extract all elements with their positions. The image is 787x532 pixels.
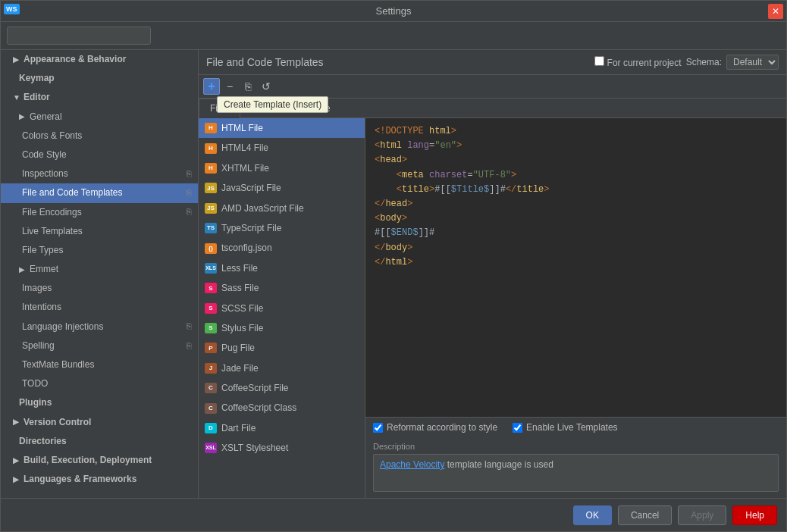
file-item-html[interactable]: H HTML File: [199, 118, 365, 138]
reformat-checkbox[interactable]: [373, 423, 383, 433]
live-templates-checkbox-label[interactable]: Enable Live Templates: [513, 422, 618, 433]
sidebar-item-emmet[interactable]: ▶ Emmet: [1, 260, 198, 279]
sidebar-item-spelling[interactable]: Spelling ⎘: [1, 336, 198, 355]
sidebar-item-colors-fonts[interactable]: Colors & Fonts: [1, 127, 198, 146]
ok-button[interactable]: OK: [573, 505, 612, 525]
scss-file-icon: S: [205, 303, 217, 314]
sidebar-item-directories[interactable]: Directories: [1, 432, 198, 451]
file-item-scss[interactable]: S SCSS File: [199, 299, 365, 318]
cancel-button[interactable]: Cancel: [618, 505, 672, 525]
schema-select[interactable]: Default: [726, 55, 779, 70]
sidebar-label: Images: [22, 281, 52, 296]
sidebar-item-plugins[interactable]: Plugins: [1, 393, 198, 412]
copy-template-button[interactable]: ⎘: [240, 78, 256, 95]
apache-velocity-link[interactable]: Apache Velocity: [380, 459, 444, 470]
file-item-label: HTML File: [221, 120, 263, 136]
file-item-dart[interactable]: D Dart File: [199, 418, 365, 438]
file-item-label: XSLT Stylesheet: [221, 440, 288, 455]
live-templates-label: Enable Live Templates: [526, 422, 618, 433]
reformat-checkbox-label[interactable]: Reformat according to style: [373, 422, 497, 433]
code-line: <!DOCTYPE html>: [375, 124, 777, 139]
code-editor[interactable]: <!DOCTYPE html> <html lang="en"> <head> …: [365, 118, 786, 417]
close-button[interactable]: ✕: [768, 4, 783, 19]
sidebar-label: Colors & Fonts: [22, 129, 82, 143]
sidebar-item-textmate-bundles[interactable]: TextMate Bundles: [1, 355, 198, 374]
sidebar-label: Plugins: [19, 396, 52, 410]
sidebar-item-appearance-behavior[interactable]: ▶ Appearance & Behavior: [1, 50, 198, 69]
sidebar-item-intentions[interactable]: Intentions: [1, 298, 198, 317]
copy-icon: ⎘: [187, 320, 192, 333]
file-item-label: HTML4 File: [221, 140, 268, 155]
file-item-label: AMD JavaScript File: [221, 201, 304, 216]
copy-icon: ⎘: [187, 186, 192, 200]
sidebar-item-file-encodings[interactable]: File Encodings ⎘: [1, 203, 198, 222]
search-bar: [1, 22, 786, 50]
file-item-label: tsconfig.json: [221, 240, 272, 255]
apply-button[interactable]: Apply: [678, 505, 726, 525]
file-item-xhtml[interactable]: H XHTML File: [199, 158, 365, 178]
sidebar-item-languages-frameworks[interactable]: ▶ Languages & Frameworks: [1, 470, 198, 489]
sidebar-item-general[interactable]: ▶ General: [1, 108, 198, 127]
file-item-label: Stylus File: [221, 321, 263, 336]
remove-template-button[interactable]: −: [221, 78, 238, 95]
arrow-icon: ▶: [19, 111, 28, 123]
search-input[interactable]: [7, 27, 151, 45]
sidebar-item-inspections[interactable]: Inspections ⎘: [1, 164, 198, 183]
sidebar-item-keymap[interactable]: Keymap: [1, 69, 198, 88]
for-current-project-checkbox[interactable]: [594, 56, 604, 66]
file-item-jade[interactable]: J Jade File: [199, 358, 365, 378]
html4-file-icon: H: [205, 143, 217, 154]
sidebar-label: Live Templates: [22, 224, 83, 239]
sidebar-item-editor[interactable]: ▼ Editor: [1, 88, 198, 107]
file-item-label: TypeScript File: [221, 221, 281, 236]
file-item-stylus[interactable]: S Stylus File: [199, 318, 365, 338]
file-item-coffeescript-class[interactable]: C CoffeeScript Class: [199, 398, 365, 418]
file-item-tsconfig[interactable]: {} tsconfig.json: [199, 238, 365, 258]
code-line: <body>: [375, 211, 777, 226]
file-item-label: Jade File: [221, 361, 259, 376]
file-item-typescript[interactable]: TS TypeScript File: [199, 218, 365, 238]
sidebar-item-images[interactable]: Images: [1, 279, 198, 298]
sidebar-label: Directories: [19, 434, 67, 449]
sidebar-item-file-code-templates[interactable]: File and Code Templates ⎘: [1, 183, 198, 202]
coffee-file-icon: C: [205, 383, 217, 393]
add-template-button[interactable]: +: [203, 78, 220, 95]
sidebar-label: Inspections: [22, 167, 68, 181]
sidebar-label: File and Code Templates: [22, 186, 123, 200]
file-item-pug[interactable]: P Pug File: [199, 338, 365, 358]
file-item-sass[interactable]: S Sass File: [199, 278, 365, 298]
file-item-label: Sass File: [221, 280, 259, 296]
panel-main: H HTML File H HTML4 File H XHTML File: [199, 118, 786, 498]
code-line: <head>: [375, 153, 777, 167]
sidebar-label: File Encodings: [22, 205, 82, 220]
file-item-xslt[interactable]: XSL XSLT Stylesheet: [199, 438, 365, 458]
file-item-amd-javascript[interactable]: JS AMD JavaScript File: [199, 199, 365, 218]
jade-file-icon: J: [205, 363, 217, 374]
dart-file-icon: D: [205, 423, 217, 433]
file-item-html4[interactable]: H HTML4 File: [199, 138, 365, 158]
sidebar-item-live-templates[interactable]: Live Templates: [1, 222, 198, 241]
sidebar-item-code-style[interactable]: Code Style: [1, 146, 198, 164]
file-item-label: Pug File: [221, 340, 255, 355]
sidebar-label: Language Injections: [22, 320, 103, 334]
reformat-label: Reformat according to style: [387, 422, 497, 433]
reset-template-button[interactable]: ↺: [258, 78, 274, 95]
file-item-label: XHTML File: [221, 161, 269, 176]
sidebar-item-build-execution-deployment[interactable]: ▶ Build, Execution, Deployment: [1, 451, 198, 470]
sidebar-item-todo[interactable]: TODO: [1, 374, 198, 393]
file-item-less[interactable]: XLS Less File: [199, 258, 365, 278]
pug-file-icon: P: [205, 343, 217, 353]
sidebar-item-file-types[interactable]: File Types: [1, 241, 198, 260]
arrow-icon: ▶: [13, 416, 22, 428]
sidebar-item-version-control[interactable]: ▶ Version Control: [1, 413, 198, 432]
file-item-coffeescript[interactable]: C CoffeeScript File: [199, 378, 365, 398]
sidebar-item-language-injections[interactable]: Language Injections ⎘: [1, 318, 198, 336]
live-templates-checkbox[interactable]: [513, 423, 522, 433]
help-button[interactable]: Help: [732, 505, 777, 525]
file-item-javascript[interactable]: JS JavaScript File: [199, 178, 365, 198]
description-box: Apache Velocity template language is use…: [373, 454, 779, 492]
sidebar-label: Keymap: [19, 71, 55, 86]
right-panel: File and Code Templates For current proj…: [199, 50, 786, 498]
bottom-bar: OK Cancel Apply Help: [1, 498, 786, 531]
file-list: H HTML File H HTML4 File H XHTML File: [199, 118, 365, 498]
